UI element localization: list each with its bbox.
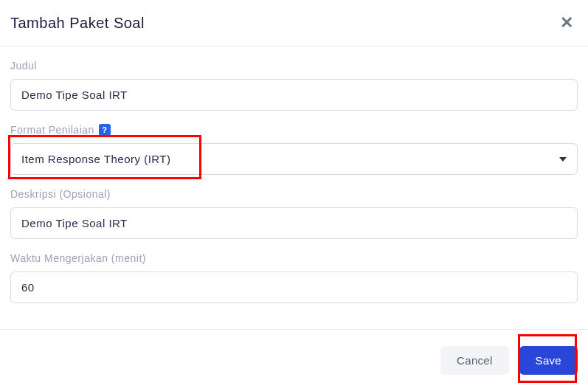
format-label: Format Penilaian (10, 124, 94, 136)
modal-body: Judul Format Penilaian ? Item Response T… (0, 46, 588, 329)
modal-title: Tambah Paket Soal (10, 15, 145, 32)
field-judul: Judul (10, 60, 578, 111)
close-icon: ✕ (560, 13, 573, 32)
modal-footer: Cancel Save (0, 329, 588, 391)
save-button[interactable]: Save (519, 346, 578, 375)
judul-label: Judul (10, 60, 578, 72)
modal-header: Tambah Paket Soal ✕ (0, 0, 588, 46)
deskripsi-input[interactable] (10, 207, 578, 239)
waktu-label: Waktu Mengerjakan (menit) (10, 252, 578, 264)
waktu-input[interactable] (10, 271, 578, 303)
format-label-row: Format Penilaian ? (10, 124, 578, 136)
field-format-penilaian: Format Penilaian ? Item Response Theory … (10, 124, 578, 175)
close-button[interactable]: ✕ (556, 13, 578, 32)
help-icon[interactable]: ? (99, 124, 111, 136)
field-deskripsi: Deskripsi (Opsional) (10, 188, 578, 239)
format-select[interactable]: Item Response Theory (IRT) (10, 143, 578, 175)
modal-dialog: Tambah Paket Soal ✕ Judul Format Penilai… (0, 0, 588, 391)
judul-input[interactable] (10, 79, 578, 111)
cancel-button[interactable]: Cancel (440, 346, 509, 375)
field-waktu: Waktu Mengerjakan (menit) (10, 252, 578, 303)
deskripsi-label: Deskripsi (Opsional) (10, 188, 578, 200)
